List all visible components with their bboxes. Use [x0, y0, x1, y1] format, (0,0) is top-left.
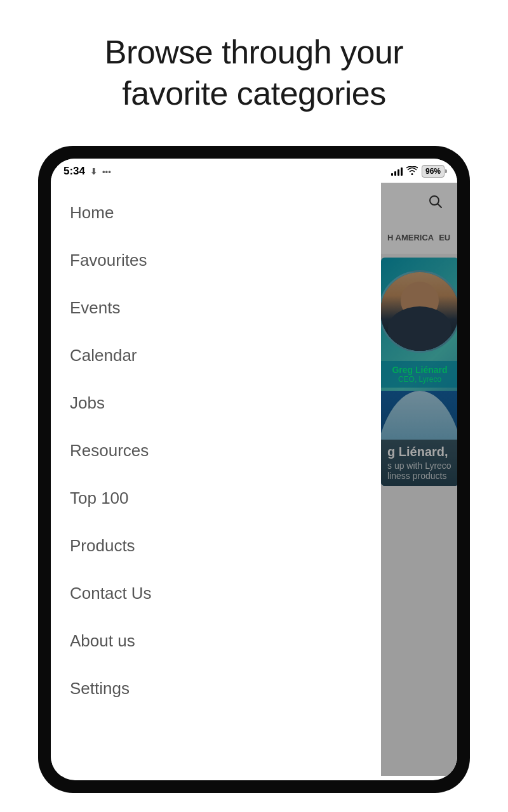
status-time: 5:34 — [64, 165, 85, 178]
menu-item-products[interactable]: Products — [51, 522, 381, 570]
menu-item-settings[interactable]: Settings — [51, 665, 381, 712]
battery-indicator: 96% — [422, 165, 444, 178]
menu-item-jobs[interactable]: Jobs — [51, 379, 381, 427]
menu-item-calendar[interactable]: Calendar — [51, 332, 381, 379]
app-content-partial: H AMERICA EU Greg Liénard CEO, Lyreco — [381, 183, 457, 776]
status-right: 96% — [391, 165, 444, 178]
phone-screen: 5:34 ⬇ ••• — [51, 159, 457, 780]
phone-mockup: 5:34 ⬇ ••• — [38, 146, 470, 793]
signal-icon — [391, 167, 403, 176]
status-bar: 5:34 ⬇ ••• — [51, 159, 457, 183]
menu-item-contact-us[interactable]: Contact Us — [51, 570, 381, 617]
menu-item-events[interactable]: Events — [51, 284, 381, 332]
menu-item-favourites[interactable]: Favourites — [51, 237, 381, 284]
menu-item-home[interactable]: Home — [51, 189, 381, 237]
status-left: 5:34 ⬇ ••• — [64, 165, 111, 178]
status-dots: ••• — [102, 167, 111, 176]
screen-content: Home Favourites Events Calendar Jobs Res… — [51, 183, 457, 776]
wifi-icon — [406, 166, 418, 177]
menu-item-about-us[interactable]: About us — [51, 617, 381, 665]
overlay — [381, 183, 457, 776]
page-title: Browse through your favorite categories — [51, 32, 457, 114]
menu-item-top100[interactable]: Top 100 — [51, 475, 381, 522]
drawer-menu: Home Favourites Events Calendar Jobs Res… — [51, 183, 381, 776]
menu-item-resources[interactable]: Resources — [51, 427, 381, 475]
status-download-icon: ⬇ — [90, 167, 97, 176]
page-header: Browse through your favorite categories — [0, 0, 508, 133]
